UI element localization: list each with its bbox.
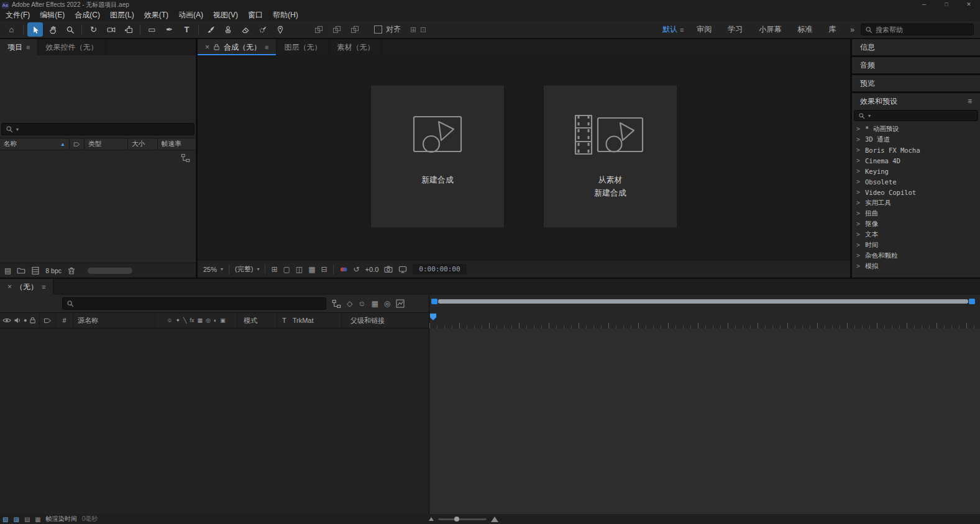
effects-category[interactable]: > * 动画预设	[852, 124, 980, 134]
project-panel-scrollbar[interactable]	[88, 268, 132, 274]
rotation-tool[interactable]: ↻	[86, 22, 101, 37]
column-name[interactable]: 名称 ▲	[0, 138, 70, 150]
zoom-out-mountain-icon[interactable]	[429, 517, 434, 521]
effects-category[interactable]: > 杂色和颗粒	[852, 250, 980, 261]
project-search-input[interactable]	[22, 125, 190, 133]
label-column[interactable]	[40, 313, 56, 328]
navigator-end-handle[interactable]	[969, 299, 975, 304]
close-button[interactable]: ✕	[958, 0, 980, 9]
panel-menu-icon[interactable]: ≡	[265, 43, 268, 51]
interpret-footage-icon[interactable]: ▤	[4, 266, 11, 275]
search-options-icon[interactable]: ▾	[16, 127, 19, 132]
grid-guides-icon[interactable]: ⊞	[271, 265, 277, 274]
chevron-right-icon[interactable]: >	[856, 157, 861, 164]
pen-tool[interactable]: ✒	[162, 22, 177, 37]
expand-in-out-icon[interactable]: ▤	[24, 516, 30, 523]
menu-item[interactable]: 编辑(E)	[35, 9, 70, 21]
project-item-list[interactable]	[0, 150, 196, 263]
zoom-in-mountain-icon[interactable]	[491, 517, 498, 522]
effects-category[interactable]: > 抠像	[852, 219, 980, 229]
navigator-start-handle[interactable]	[431, 299, 437, 304]
close-panel-icon[interactable]: ×	[7, 282, 12, 291]
clone-stamp-tool[interactable]	[220, 22, 236, 37]
speaker-icon[interactable]	[14, 317, 21, 324]
tab-effect-controls[interactable]: 效果控件（无）	[38, 39, 106, 55]
layer-option-button[interactable]	[329, 22, 344, 37]
selection-tool[interactable]	[27, 22, 43, 37]
panel-menu-icon[interactable]: ≡	[42, 283, 45, 291]
column-size[interactable]: 大小	[128, 138, 158, 150]
zoom-slider-thumb[interactable]	[454, 517, 459, 522]
shy-icon[interactable]: ☺	[167, 317, 172, 323]
menu-item[interactable]: 窗口	[243, 9, 268, 21]
snapshot-icon[interactable]	[384, 266, 393, 273]
new-composition-button[interactable]: 新建合成	[371, 86, 504, 227]
roto-brush-tool[interactable]	[255, 22, 270, 37]
help-search[interactable]	[861, 24, 974, 35]
workspace-default[interactable]: 默认	[654, 21, 680, 38]
solo-icon[interactable]: ●	[24, 317, 27, 323]
new-composition-icon[interactable]	[31, 266, 40, 275]
expand-layer-switches-icon[interactable]: ▧	[2, 516, 8, 523]
new-composition-from-footage-button[interactable]: 从素材 新建合成	[544, 86, 677, 227]
tab-timeline[interactable]: × （无） ≡	[0, 279, 53, 295]
new-folder-icon[interactable]	[17, 266, 25, 275]
align-toggle[interactable]: 对齐	[374, 24, 401, 35]
menu-item[interactable]: 效果(T)	[139, 9, 173, 21]
effects-category[interactable]: > Cinema 4D	[852, 155, 980, 166]
snap-icon[interactable]: ⊡	[420, 25, 426, 34]
frame-blending-icon[interactable]: ▦	[372, 299, 378, 308]
chevron-right-icon[interactable]: >	[856, 252, 861, 259]
chevron-right-icon[interactable]: >	[856, 220, 861, 227]
project-search[interactable]: ▾	[1, 123, 195, 135]
effects-presets-header[interactable]: 效果和预设 ≡	[852, 93, 980, 109]
minimize-button[interactable]: ─	[913, 0, 935, 9]
preserve-transparency-icon[interactable]: T	[282, 317, 286, 324]
magnification-dropdown[interactable]: 25% ▾	[203, 266, 223, 273]
panel-menu-icon[interactable]: ≡	[968, 97, 972, 106]
effects-category[interactable]: > Boris FX Mocha	[852, 145, 980, 155]
column-type[interactable]: 类型	[85, 138, 128, 150]
effects-category[interactable]: > Keying	[852, 166, 980, 176]
puppet-pin-tool[interactable]	[272, 22, 288, 37]
chevron-right-icon[interactable]: >	[856, 199, 861, 206]
mini-flowchart-icon[interactable]	[332, 299, 341, 309]
effects-category[interactable]: > 扭曲	[852, 208, 980, 219]
workspace-item[interactable]: 学习	[720, 21, 751, 38]
workspace-menu-icon[interactable]: ≡	[680, 26, 689, 34]
chevron-right-icon[interactable]: >	[856, 125, 861, 132]
search-options-icon[interactable]: ▾	[868, 113, 871, 119]
layer-list-area[interactable]	[0, 328, 429, 514]
hand-tool[interactable]	[45, 22, 60, 37]
effects-search[interactable]: ▾	[854, 110, 978, 121]
workspace-item[interactable]: 库	[820, 21, 844, 38]
layer-option-button[interactable]	[347, 22, 362, 37]
column-framerate[interactable]: 帧速率	[158, 138, 196, 150]
tab-footage[interactable]: 素材（无）	[329, 39, 382, 55]
chevron-right-icon[interactable]: >	[856, 168, 861, 174]
effects-category[interactable]: > 模拟	[852, 261, 980, 271]
menu-item[interactable]: 帮助(H)	[268, 9, 303, 21]
draft-3d-icon[interactable]: ◇	[347, 299, 352, 308]
fx-icon[interactable]: fx	[190, 317, 194, 323]
collapsed-panel-header[interactable]: 信息	[852, 39, 980, 55]
chevron-right-icon[interactable]: >	[856, 210, 861, 217]
transparency-grid-icon[interactable]: ▦	[308, 265, 315, 274]
type-tool[interactable]: T	[179, 22, 195, 37]
chevron-right-icon[interactable]: >	[856, 147, 861, 153]
tab-composition[interactable]: × 合成（无） ≡	[198, 39, 277, 55]
hide-shy-layers-icon[interactable]: ☺	[358, 299, 365, 308]
camera-tool[interactable]	[103, 22, 119, 37]
chevron-right-icon[interactable]: >	[856, 178, 861, 185]
lock-icon[interactable]	[213, 43, 220, 51]
pan-behind-tool[interactable]	[121, 22, 136, 37]
lock-icon[interactable]	[29, 317, 36, 324]
playhead-icon[interactable]	[430, 314, 436, 320]
resolution-dropdown[interactable]: (完整) ▾	[235, 264, 259, 274]
chevron-right-icon[interactable]: >	[856, 263, 861, 269]
chevron-right-icon[interactable]: >	[856, 189, 861, 196]
timeline-search-input[interactable]	[77, 300, 322, 307]
tab-project[interactable]: 项目 ≡	[0, 39, 38, 55]
trkmat-column[interactable]: T TrkMat	[277, 313, 342, 328]
timeline-search[interactable]	[62, 297, 326, 310]
